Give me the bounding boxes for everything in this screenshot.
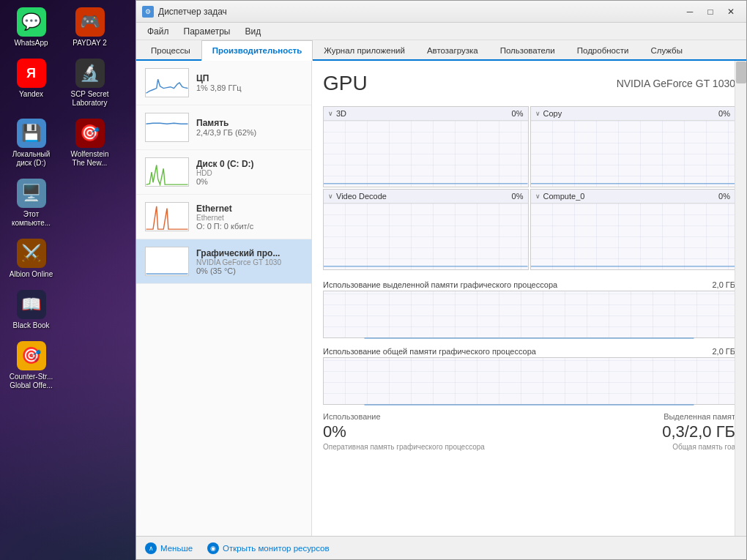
menu-file[interactable]: Файл xyxy=(140,24,176,39)
blackbook-icon: 📖 xyxy=(17,290,46,319)
gpu-chart-copy-canvas xyxy=(531,121,735,187)
gpu-detail: 0% (35 °C) xyxy=(196,266,302,275)
tabs-bar: Процессы Производительность Журнал прило… xyxy=(136,40,746,61)
task-manager-window: ⚙ Диспетчер задач ─ □ ✕ Файл Параметры В… xyxy=(135,0,747,560)
gpu-charts-grid: ∨ 3D 0% xyxy=(323,106,735,270)
disk-type: HDD xyxy=(196,169,302,177)
chevron-down-icon-4: ∨ xyxy=(535,193,540,200)
desktop-icon-mypc[interactable]: 🖥️ Этот компьюте... xyxy=(4,175,59,231)
desktop-icon-payday[interactable]: 🎮 PAYDAY 2 xyxy=(62,4,117,51)
vram-stat-label: Выделенная памят xyxy=(529,412,736,421)
disk-name: Диск 0 (C: D:) xyxy=(196,159,302,169)
localdisk-icon: 💾 xyxy=(17,119,46,148)
desktop-icon-csgo[interactable]: 🎯 Counter-Str... Global Offe... xyxy=(4,337,59,394)
desktop-icon-wolfenstein[interactable]: 🎯 Wolfenstein The New... xyxy=(62,115,117,171)
sidebar-item-ethernet[interactable]: Ethernet Ethernet О: 0 П: 0 кбит/с xyxy=(136,195,311,239)
shared-size: 2,0 ГБ xyxy=(712,347,735,356)
sidebar-item-cpu[interactable]: ЦП 1% 3,89 ГГц xyxy=(136,61,311,105)
scp-icon: 🔬 xyxy=(75,59,105,88)
csgo-icon: 🎯 xyxy=(17,341,46,370)
shared-memory-section: Использование общей памяти графического … xyxy=(323,344,735,405)
gpu-chart-videodecode-value: 0% xyxy=(512,192,524,201)
sidebar: ЦП 1% 3,89 ГГц Память 2,4/3,9 ГБ (62%) xyxy=(136,61,312,536)
gpu-chart-copy-label: ∨ Copy xyxy=(535,109,562,118)
gpu-chart-copy: ∨ Copy 0% xyxy=(530,106,736,187)
sidebar-item-memory[interactable]: Память 2,4/3,9 ГБ (62%) xyxy=(136,105,311,150)
usage-label: Использование xyxy=(323,412,529,421)
tab-apphistory[interactable]: Журнал приложений xyxy=(313,40,416,61)
chevron-down-icon-3: ∨ xyxy=(328,193,333,200)
gpu-chart-videodecode-canvas xyxy=(324,204,528,269)
desktop-icon-albion[interactable]: ⚔️ Albion Online xyxy=(4,235,59,283)
gpu-chart-3d-canvas xyxy=(324,121,528,187)
ethernet-name: Ethernet xyxy=(196,204,302,214)
sidebar-item-gpu[interactable]: Графический про... NVIDIA GeForce GT 103… xyxy=(136,239,311,284)
yandex-label: Yandex xyxy=(19,90,43,99)
vram-chart xyxy=(323,291,735,338)
gpu-chart-3d-name: 3D xyxy=(336,109,346,118)
vram-size: 2,0 ГБ xyxy=(712,280,735,289)
gpu-panel: GPU NVIDIA GeForce GT 1030 ∨ 3D 0% xyxy=(312,61,746,536)
cpu-mini-chart xyxy=(145,68,189,97)
albion-label: Albion Online xyxy=(10,270,53,279)
memory-sidebar-info: Память 2,4/3,9 ГБ (62%) xyxy=(196,118,302,137)
wolfenstein-label: Wolfenstein The New... xyxy=(64,150,115,168)
mypc-label: Этот компьюте... xyxy=(6,210,56,228)
tab-details[interactable]: Подробности xyxy=(566,40,640,61)
scrollbar[interactable] xyxy=(735,61,746,536)
scrollbar-thumb[interactable] xyxy=(736,61,746,83)
window-title: Диспетчер задач xyxy=(158,7,680,17)
gpu-chart-3d-value: 0% xyxy=(512,109,524,118)
gpu-model-sidebar: NVIDIA GeForce GT 1030 xyxy=(196,258,302,266)
gpu-chart-copy-header: ∨ Copy 0% xyxy=(531,107,735,121)
gpu-chart-3d-header: ∨ 3D 0% xyxy=(324,107,528,121)
menu-view[interactable]: Вид xyxy=(237,24,268,39)
gpu-chart-compute0-header: ∨ Compute_0 0% xyxy=(531,190,735,204)
gpu-chart-videodecode: ∨ Video Decode 0% xyxy=(323,189,529,270)
gpu-stat-sublabels: Оперативная память графического процессо… xyxy=(323,443,735,451)
menu-params[interactable]: Параметры xyxy=(176,24,238,39)
gpu-chart-videodecode-label: ∨ Video Decode xyxy=(328,192,387,201)
whatsapp-label: WhatsApp xyxy=(14,39,48,48)
gpu-header: GPU NVIDIA GeForce GT 1030 xyxy=(323,72,735,95)
desktop-icon-blackbook[interactable]: 📖 Black Book xyxy=(4,286,59,334)
vram-stat: Выделенная памят 0,3/2,0 ГБ xyxy=(529,412,736,441)
vram-label: Использование выделенной памяти графичес… xyxy=(323,280,557,289)
tab-processes[interactable]: Процессы xyxy=(140,40,201,61)
chevron-down-icon-2: ∨ xyxy=(535,110,540,117)
memory-name: Память xyxy=(196,118,302,128)
tab-users[interactable]: Пользователи xyxy=(489,40,566,61)
desktop-icon-whatsapp[interactable]: 💬 WhatsApp xyxy=(4,4,59,51)
albion-icon: ⚔️ xyxy=(17,239,46,268)
csgo-label: Counter-Str... Global Offe... xyxy=(6,373,56,390)
disk-mini-chart xyxy=(145,157,189,187)
tab-performance[interactable]: Производительность xyxy=(201,40,313,61)
vram-section: Использование выделенной памяти графичес… xyxy=(323,277,735,338)
monitor-icon: ◉ xyxy=(207,542,219,554)
payday-label: PAYDAY 2 xyxy=(73,39,107,48)
tab-startup[interactable]: Автозагрузка xyxy=(416,40,489,61)
desktop-icon-scp[interactable]: 🔬 SCP Secret Laboratory xyxy=(62,55,117,111)
open-monitor-button[interactable]: ◉ Открыть монитор ресурсов xyxy=(207,542,330,554)
usage-stat: Использование 0% xyxy=(323,412,529,441)
titlebar: ⚙ Диспетчер задач ─ □ ✕ xyxy=(136,1,746,23)
tab-services[interactable]: Службы xyxy=(639,40,694,61)
close-button[interactable]: ✕ xyxy=(721,4,740,19)
vram-stat-value: 0,3/2,0 ГБ xyxy=(529,422,736,441)
ethernet-detail: О: 0 П: 0 кбит/с xyxy=(196,222,302,231)
gpu-title: GPU xyxy=(323,72,368,95)
taskmanager-icon: ⚙ xyxy=(142,6,154,18)
minimize-button[interactable]: ─ xyxy=(680,4,699,19)
memory-detail: 2,4/3,9 ГБ (62%) xyxy=(196,128,302,137)
desktop-icon-localdisk[interactable]: 💾 Локальный диск (D:) xyxy=(4,115,59,171)
desktop-icon-yandex[interactable]: Я Yandex xyxy=(4,55,59,111)
less-button[interactable]: ∧ Меньше xyxy=(145,542,193,554)
gpu-chart-copy-name: Copy xyxy=(543,109,562,118)
disk-sidebar-info: Диск 0 (C: D:) HDD 0% xyxy=(196,159,302,186)
gpu-chart-3d: ∨ 3D 0% xyxy=(323,106,529,187)
wolfenstein-icon: 🎯 xyxy=(75,119,105,148)
shared-chart xyxy=(323,357,735,405)
whatsapp-icon: 💬 xyxy=(17,7,46,37)
sidebar-item-disk[interactable]: Диск 0 (C: D:) HDD 0% xyxy=(136,150,311,195)
maximize-button[interactable]: □ xyxy=(701,4,720,19)
